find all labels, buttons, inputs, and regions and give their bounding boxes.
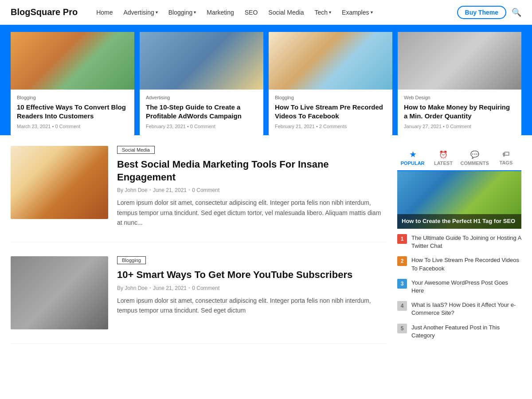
hero-card-meta: February 23, 2021 • 0 Comment bbox=[146, 124, 257, 129]
article-card: Social Media Best Social Media Marketing… bbox=[11, 146, 387, 242]
tab-icon: 💬 bbox=[470, 150, 479, 159]
hero-card-title: 10 Effective Ways To Convert Blog Reader… bbox=[17, 103, 128, 120]
article-excerpt: Lorem ipsum dolor sit amet, consectetur … bbox=[117, 296, 387, 316]
sidebar-item-text: How To Live Stream Pre Recorded Videos T… bbox=[411, 256, 521, 272]
nav-item-seo[interactable]: SEO bbox=[240, 6, 262, 19]
sidebar-list-item[interactable]: 3 Your Awesome WordPress Post Goes Here bbox=[397, 279, 521, 295]
article-author: By John Doe bbox=[117, 187, 148, 193]
sidebar-tab-comments[interactable]: 💬COMMENTS bbox=[459, 146, 491, 170]
articles-list: Social Media Best Social Media Marketing… bbox=[11, 146, 387, 358]
hero-card-category: Advertising bbox=[146, 95, 257, 100]
sidebar-item-number: 3 bbox=[397, 279, 407, 289]
hero-card-image bbox=[269, 32, 392, 90]
hero-card[interactable]: Advertising The 10-Step Guide to Create … bbox=[140, 32, 263, 135]
article-title[interactable]: Best Social Media Marketing Tools For In… bbox=[117, 158, 387, 184]
hero-card-image bbox=[140, 32, 263, 90]
hero-card-image bbox=[398, 32, 521, 90]
article-meta: By John Doe • June 21, 2021 • 0 Comment bbox=[117, 285, 387, 291]
article-date: June 21, 2021 bbox=[153, 187, 187, 193]
article-body: Social Media Best Social Media Marketing… bbox=[117, 146, 387, 227]
sidebar-item-text: Just Another Featured Post in This Categ… bbox=[411, 324, 521, 340]
hero-card-meta: March 23, 2021 • 0 Comment bbox=[17, 124, 128, 129]
sidebar-popular-list: 1 The Ultimate Guide To Joining or Hosti… bbox=[397, 234, 521, 340]
article-card: Blogging 10+ Smart Ways To Get More YouT… bbox=[11, 256, 387, 344]
hero-card-meta: January 27, 2021 • 0 Comment bbox=[404, 124, 515, 129]
sidebar-tab-popular[interactable]: ★POPULAR bbox=[397, 146, 428, 171]
meta-separator: • bbox=[188, 285, 190, 291]
article-meta: By John Doe • June 21, 2021 • 0 Comment bbox=[117, 187, 387, 193]
sidebar-item-text: What is IaaS? How Does it Affect Your e-… bbox=[411, 301, 521, 317]
article-comments: 0 Comment bbox=[192, 187, 219, 193]
sidebar-list-item[interactable]: 2 How To Live Stream Pre Recorded Videos… bbox=[397, 256, 521, 272]
hero-card-title: How To Live Stream Pre Recorded Videos T… bbox=[275, 103, 386, 120]
meta-separator: • bbox=[149, 285, 151, 291]
chevron-down-icon: ▾ bbox=[371, 10, 373, 15]
hero-card[interactable]: Blogging How To Live Stream Pre Recorded… bbox=[269, 32, 392, 135]
article-thumbnail[interactable] bbox=[11, 146, 108, 219]
tab-label: POPULAR bbox=[401, 160, 425, 166]
article-thumbnail-image bbox=[11, 146, 108, 219]
meta-separator: • bbox=[149, 187, 151, 193]
sidebar-list-item[interactable]: 1 The Ultimate Guide To Joining or Hosti… bbox=[397, 234, 521, 250]
chevron-down-icon: ▾ bbox=[194, 10, 196, 15]
nav-item-advertising[interactable]: Advertising▾ bbox=[119, 6, 162, 19]
tab-label: COMMENTS bbox=[461, 160, 489, 166]
tab-icon: 🏷 bbox=[502, 150, 509, 158]
nav-item-home[interactable]: Home bbox=[92, 6, 117, 19]
meta-separator: • bbox=[188, 187, 190, 193]
article-category-tag[interactable]: Blogging bbox=[117, 256, 146, 264]
sidebar-featured-image[interactable]: How to Create the Perfect H1 Tag for SEO bbox=[397, 171, 521, 229]
article-title[interactable]: 10+ Smart Ways To Get More YouTube Subsc… bbox=[117, 269, 387, 282]
hero-card-title: How to Make Money by Requiring a Min. Or… bbox=[404, 103, 515, 120]
sidebar-item-text: The Ultimate Guide To Joining or Hosting… bbox=[411, 234, 521, 250]
sidebar-list-item[interactable]: 5 Just Another Featured Post in This Cat… bbox=[397, 324, 521, 340]
hero-card-image bbox=[11, 32, 134, 90]
sidebar-item-text: Your Awesome WordPress Post Goes Here bbox=[411, 279, 521, 295]
sidebar-item-number: 1 bbox=[397, 234, 407, 244]
hero-card-category: Blogging bbox=[17, 95, 128, 100]
hero-card-meta: February 21, 2021 • 2 Comments bbox=[275, 124, 386, 129]
article-thumbnail-image bbox=[11, 256, 108, 329]
article-body: Blogging 10+ Smart Ways To Get More YouT… bbox=[117, 256, 387, 329]
article-thumbnail[interactable] bbox=[11, 256, 108, 329]
sidebar-list-item[interactable]: 4 What is IaaS? How Does it Affect Your … bbox=[397, 301, 521, 317]
sidebar-item-number: 4 bbox=[397, 301, 407, 311]
sidebar-featured-title: How to Create the Perfect H1 Tag for SEO bbox=[397, 214, 521, 229]
tab-label: TAGS bbox=[500, 160, 513, 165]
article-excerpt: Lorem ipsum dolor sit amet, consectetur … bbox=[117, 198, 387, 227]
sidebar-tab-tags[interactable]: 🏷TAGS bbox=[491, 146, 521, 170]
hero-card[interactable]: Blogging 10 Effective Ways To Convert Bl… bbox=[11, 32, 134, 135]
article-date: June 21, 2021 bbox=[153, 285, 187, 291]
sidebar-tab-latest[interactable]: ⏰LATEST bbox=[428, 146, 458, 170]
nav-item-blogging[interactable]: Blogging▾ bbox=[164, 6, 201, 19]
sidebar-item-number: 5 bbox=[397, 324, 407, 333]
nav-item-examples[interactable]: Examples▾ bbox=[337, 6, 377, 19]
hero-card[interactable]: Web Design How to Make Money by Requirin… bbox=[398, 32, 521, 135]
hero-card-category: Blogging bbox=[275, 95, 386, 100]
buy-theme-button[interactable]: Buy Theme bbox=[457, 6, 506, 19]
nav-item-marketing[interactable]: Marketing bbox=[202, 6, 238, 19]
tab-label: LATEST bbox=[434, 160, 453, 166]
sidebar: ★POPULAR⏰LATEST💬COMMENTS🏷TAGS How to Cre… bbox=[397, 146, 521, 358]
tab-icon: ⏰ bbox=[439, 150, 448, 159]
site-logo[interactable]: BlogSquare Pro bbox=[11, 7, 78, 17]
hero-strip: Blogging 10 Effective Ways To Convert Bl… bbox=[0, 25, 532, 135]
tab-icon: ★ bbox=[410, 150, 416, 159]
sidebar-item-number: 2 bbox=[397, 256, 407, 266]
hero-card-category: Web Design bbox=[404, 95, 515, 100]
site-header: BlogSquare Pro HomeAdvertising▾Blogging▾… bbox=[0, 0, 532, 25]
main-content: Social Media Best Social Media Marketing… bbox=[0, 135, 532, 369]
hero-card-title: The 10-Step Guide to Create a Profitable… bbox=[146, 103, 257, 120]
chevron-down-icon: ▾ bbox=[329, 10, 331, 15]
article-author: By John Doe bbox=[117, 285, 148, 291]
main-nav: HomeAdvertising▾Blogging▾MarketingSEOSoc… bbox=[92, 6, 457, 19]
hero-grid: Blogging 10 Effective Ways To Convert Bl… bbox=[11, 32, 521, 135]
chevron-down-icon: ▾ bbox=[156, 10, 158, 15]
nav-item-social media[interactable]: Social Media bbox=[264, 6, 308, 19]
article-comments: 0 Comment bbox=[192, 285, 219, 291]
nav-item-tech[interactable]: Tech▾ bbox=[310, 6, 336, 19]
sidebar-tabs: ★POPULAR⏰LATEST💬COMMENTS🏷TAGS bbox=[397, 146, 521, 171]
article-category-tag[interactable]: Social Media bbox=[117, 146, 155, 154]
search-icon[interactable]: 🔍 bbox=[512, 8, 521, 17]
